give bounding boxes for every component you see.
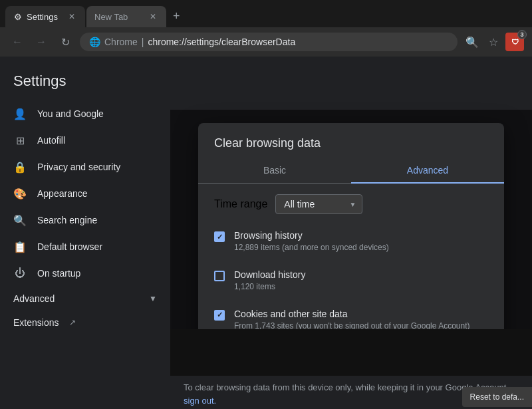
- address-bar[interactable]: 🌐 Chrome | chrome://settings/clearBrowse…: [80, 33, 458, 51]
- bottom-text-area: To clear browsing data from this device …: [170, 376, 532, 409]
- main-content: Settings 👤 You and Google ⊞ Autofill 🔒 P…: [0, 57, 532, 409]
- search-icon-btn[interactable]: 🔍: [463, 33, 481, 51]
- time-range-label: Time range: [214, 198, 267, 210]
- settings-title: Settings: [0, 67, 170, 100]
- sidebar-item-default-browser[interactable]: 📋 Default browser: [0, 233, 165, 260]
- reset-to-default-button[interactable]: Reset to defa...: [462, 387, 532, 407]
- bookmark-icon-btn[interactable]: ☆: [484, 33, 503, 51]
- you-and-google-icon: 👤: [13, 107, 27, 120]
- download-history-subtitle: 1,120 items: [234, 281, 488, 293]
- address-url: chrome://settings/clearBrowserData: [148, 37, 448, 47]
- tab-advanced[interactable]: Advanced: [351, 158, 504, 184]
- search-engine-icon: 🔍: [13, 213, 27, 227]
- sidebar-item-on-startup[interactable]: ⏻ On startup: [0, 260, 165, 287]
- dark-image-placeholder: [170, 329, 532, 376]
- sidebar-label-privacy-security: Privacy and security: [37, 162, 120, 172]
- extensions-link-icon: ↗: [69, 318, 76, 327]
- appearance-icon: 🎨: [13, 187, 27, 200]
- default-browser-icon: 📋: [13, 240, 27, 253]
- sidebar-item-search-engine[interactable]: 🔍 Search engine: [0, 207, 165, 233]
- time-range-select-wrapper[interactable]: Last hour Last 24 hours Last 7 days Last…: [275, 194, 362, 214]
- bottom-text-content: To clear browsing data from this device …: [184, 382, 509, 392]
- sidebar-item-privacy-security[interactable]: 🔒 Privacy and security: [0, 154, 165, 180]
- list-item-download-history: Download history 1,120 items: [214, 261, 488, 301]
- reload-button[interactable]: ↻: [56, 33, 74, 51]
- sidebar-label-appearance: Appearance: [37, 188, 88, 199]
- download-history-text: Download history 1,120 items: [234, 269, 488, 293]
- settings-tab-close[interactable]: ✕: [66, 11, 77, 22]
- tab-bar: ⚙ Settings ✕ New Tab ✕ +: [0, 0, 532, 27]
- checkbox-browsing-history-wrapper[interactable]: [214, 231, 225, 242]
- sidebar-label-on-startup: On startup: [37, 268, 80, 279]
- browsing-history-subtitle: 12,889 items (and more on synced devices…: [234, 242, 488, 253]
- settings-tab-label: Settings: [27, 12, 58, 22]
- address-protocol-icon: 🌐: [89, 37, 100, 47]
- toolbar: ← → ↻ 🌐 Chrome | chrome://settings/clear…: [0, 27, 532, 57]
- address-divider: |: [142, 37, 144, 47]
- tab-newtab[interactable]: New Tab ✕: [86, 6, 166, 27]
- sidebar-advanced-section[interactable]: Advanced ▼: [0, 287, 170, 311]
- new-tab-button[interactable]: +: [168, 5, 186, 27]
- tab-basic[interactable]: Basic: [198, 158, 351, 183]
- time-range-row: Time range Last hour Last 24 hours Last …: [198, 184, 504, 222]
- tab-settings[interactable]: ⚙ Settings ✕: [5, 6, 85, 27]
- autofill-icon: ⊞: [13, 134, 27, 147]
- newtab-tab-label: New Tab: [94, 12, 128, 22]
- dialog-tabs: Basic Advanced: [198, 158, 504, 184]
- sidebar-label-you-and-google: You and Google: [37, 108, 104, 119]
- toolbar-icons: 🔍 ☆ 🛡 3: [463, 33, 524, 51]
- extensions-label: Extensions: [13, 317, 59, 328]
- newtab-tab-close[interactable]: ✕: [148, 11, 158, 22]
- extension-badge: 3: [517, 30, 527, 39]
- list-item-browsing-history: Browsing history 12,889 items (and more …: [214, 222, 488, 261]
- sign-out-link[interactable]: sign out.: [184, 396, 216, 406]
- checkbox-cookies-wrapper[interactable]: [214, 310, 225, 321]
- forward-button[interactable]: →: [32, 33, 51, 51]
- sidebar-label-search-engine: Search engine: [37, 215, 97, 225]
- checkbox-download-history-wrapper[interactable]: [214, 271, 225, 281]
- browser-chrome: ⚙ Settings ✕ New Tab ✕ + ← → ↻ 🌐 Chrome …: [0, 0, 532, 57]
- address-brand: Chrome: [104, 37, 138, 47]
- on-startup-icon: ⏻: [13, 267, 27, 280]
- settings-tab-icon: ⚙: [13, 12, 23, 21]
- sidebar-item-autofill[interactable]: ⊞ Autofill: [0, 127, 165, 154]
- sidebar-label-autofill: Autofill: [37, 135, 65, 146]
- advanced-arrow-icon: ▼: [149, 294, 157, 303]
- checkbox-cookies[interactable]: [214, 310, 225, 321]
- browsing-history-title: Browsing history: [234, 230, 488, 241]
- cookies-title: Cookies and other site data: [234, 309, 488, 319]
- cookies-text: Cookies and other site data From 1,743 s…: [234, 309, 488, 332]
- browsing-history-text: Browsing history 12,889 items (and more …: [234, 230, 488, 253]
- checkbox-download-history[interactable]: [214, 271, 225, 281]
- extension-icon-1[interactable]: 🛡 3: [505, 33, 524, 51]
- time-range-select[interactable]: Last hour Last 24 hours Last 7 days Last…: [275, 194, 362, 214]
- sidebar-item-you-and-google[interactable]: 👤 You and Google: [0, 100, 165, 127]
- dialog-title: Clear browsing data: [198, 123, 504, 158]
- privacy-icon: 🔒: [13, 160, 27, 174]
- bottom-area: To clear browsing data from this device …: [0, 329, 532, 409]
- advanced-label: Advanced: [13, 293, 55, 304]
- back-button[interactable]: ←: [8, 33, 27, 51]
- download-history-title: Download history: [234, 269, 488, 280]
- checkbox-browsing-history[interactable]: [214, 231, 225, 242]
- sidebar-label-default-browser: Default browser: [37, 241, 102, 252]
- sidebar-item-appearance[interactable]: 🎨 Appearance: [0, 180, 165, 207]
